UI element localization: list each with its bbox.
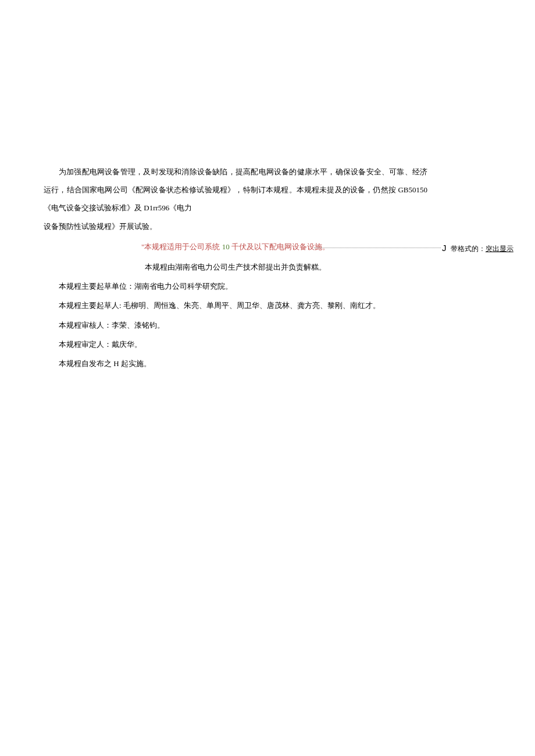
annotation-value: 突出显示 [486,245,513,253]
item-effective: 本规程自发布之 H 起实施。 [44,354,427,372]
item-drafters: 本规程主要起草人: 毛柳明、周恒逸、朱亮、单周平、周卫华、唐茂林、龚方亮、黎刚、… [44,296,427,314]
annotation-marker: J [442,243,447,253]
format-annotation: J 带格式的：突出显示 [442,243,513,254]
highlighted-suffix: 千伏及以下配电网设备设施。 [230,242,330,251]
intro-paragraph-part2: 设备预防性试验规程》开展试验。 [44,217,427,235]
annotation-label: 带格式的： [451,245,486,253]
highlighted-line: "本规程适用于公司系统 10 千伏及以下配电网设备设施。 [44,238,427,256]
item-reviewers: 本规程审核人：李荣、漆铭钧。 [44,316,427,334]
highlighted-number: 10 [222,242,230,251]
item-approver: 本规程审定人：戴庆华。 [44,335,427,353]
highlighted-prefix: "本规程适用于公司系统 [141,242,222,251]
intro-paragraph-part1: 为加强配电网设备管理，及时发现和消除设备缺陷，提高配电网设备的健康水平，确保设备… [44,163,427,217]
item-drafting-unit: 本规程主要起草单位：湖南省电力公司科学研究院。 [44,277,427,295]
annotation-connector [314,248,441,248]
document-content: 为加强配电网设备管理，及时发现和消除设备缺陷，提高配电网设备的健康水平，确保设备… [44,163,427,372]
centered-line: 本规程由湖南省电力公司生产技术部提出并负责解糕。 [44,258,427,276]
